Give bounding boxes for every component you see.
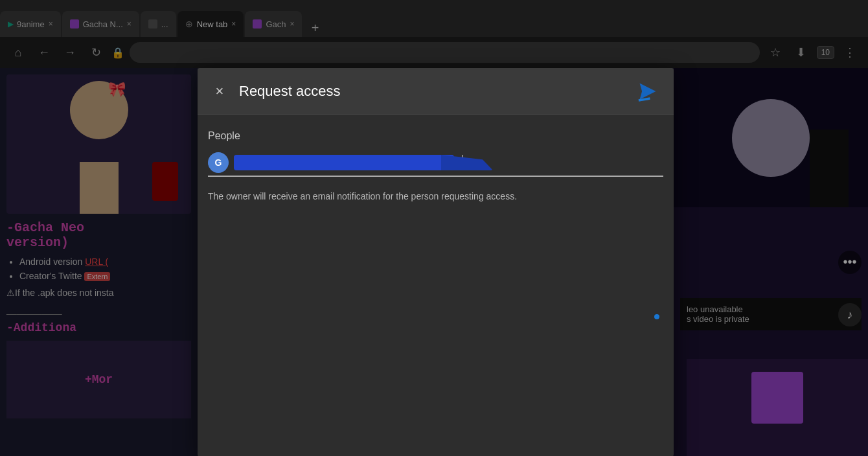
notification-text: The owner will receive an email notifica…: [208, 190, 663, 203]
modal-title: Request access: [239, 83, 632, 100]
redacted-email: [234, 155, 454, 170]
modal-header: × Request access: [198, 68, 674, 115]
send-icon: [637, 81, 658, 102]
people-input-row[interactable]: G: [208, 152, 663, 177]
modal-send-button[interactable]: [632, 76, 663, 107]
svg-marker-0: [640, 83, 656, 99]
redacted-extend: [441, 155, 493, 170]
modal-close-button[interactable]: ×: [208, 80, 231, 103]
user-avatar: G: [208, 152, 229, 173]
request-access-modal: × Request access People G The owner will…: [198, 68, 674, 456]
status-dot: [654, 314, 659, 319]
modal-body: People G The owner will receive an email…: [198, 115, 674, 219]
people-label: People: [208, 130, 663, 142]
